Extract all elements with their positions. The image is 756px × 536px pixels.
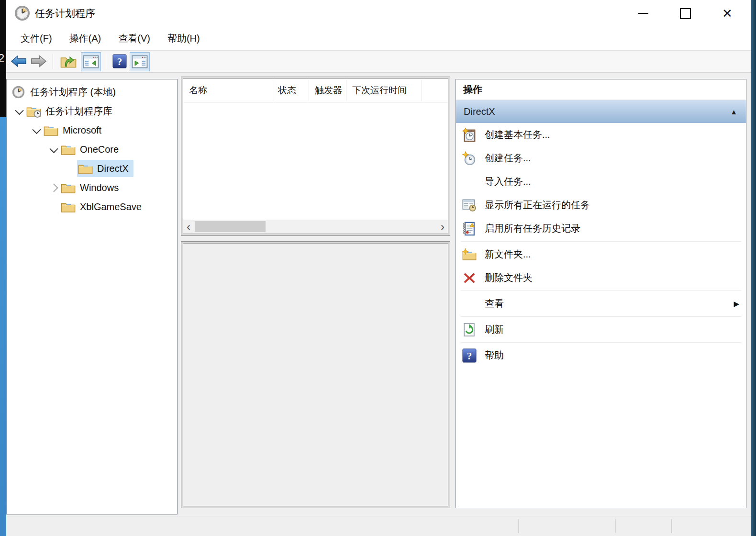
tree-item--[interactable]: 任务计划程序库	[7, 101, 177, 121]
close-button[interactable]: ✕	[717, 3, 738, 23]
folder-icon	[61, 143, 76, 156]
action-group-header[interactable]: DirectX ▲	[456, 100, 746, 123]
tree-item-onecore[interactable]: OneCore	[7, 140, 177, 159]
task-list-body[interactable]	[183, 103, 448, 220]
action-item-2[interactable]: 导入任务...	[456, 170, 746, 193]
maximize-button[interactable]	[675, 3, 696, 23]
action-item-6[interactable]: 删除文件夹	[456, 266, 746, 290]
menu-item-3[interactable]: 帮助(H)	[167, 32, 200, 45]
toolbar-separator	[106, 54, 106, 69]
action-item-3[interactable]: 显示所有正在运行的任务	[456, 193, 746, 217]
tree-item-label: Microsoft	[63, 125, 101, 136]
close-icon: ✕	[722, 7, 733, 20]
svg-text:?: ?	[467, 350, 472, 361]
action-item-9[interactable]: ?帮助	[456, 344, 746, 367]
tree-item-directx[interactable]: DirectX	[7, 159, 177, 178]
chevron-down-icon[interactable]	[30, 124, 43, 136]
tree-item--[interactable]: 任务计划程序 (本地)	[7, 82, 177, 101]
tree-node[interactable]: Windows	[60, 179, 123, 196]
tree-item-label: 任务计划程序库	[45, 105, 112, 118]
folder-icon	[44, 124, 58, 137]
submenu-arrow-icon: ▶	[734, 300, 739, 308]
forward-icon[interactable]	[30, 53, 48, 69]
clock-icon	[11, 86, 26, 99]
expander-placeholder	[47, 201, 60, 213]
action-item-1[interactable]: 创建任务...	[456, 146, 746, 170]
window-title: 任务计划程序	[35, 7, 95, 20]
maximize-icon	[680, 8, 691, 19]
scroll-left-icon[interactable]: ‹	[183, 220, 194, 234]
menu-item-1[interactable]: 操作(A)	[69, 32, 101, 45]
task-scheduler-window: 任务计划程序 ✕ 文件(F)操作(A)查看(V)帮助(H) ? 任务计划程序 (…	[6, 0, 751, 536]
scrollbar-thumb[interactable]	[195, 221, 266, 232]
action-item-4[interactable]: 启用所有任务历史记录	[456, 217, 746, 240]
action-item-label: 删除文件夹	[485, 271, 533, 284]
titlebar: 任务计划程序 ✕	[6, 0, 751, 26]
show-hide-action-pane-icon[interactable]	[130, 52, 150, 71]
tree-node[interactable]: XblGameSave	[60, 198, 146, 215]
action-item-8[interactable]: 刷新	[456, 318, 746, 341]
action-item-0[interactable]: 创建基本任务...	[456, 123, 746, 146]
task-list-panel: 名称状态触发器下次运行时间 ‹ ›	[181, 77, 450, 236]
action-item-5[interactable]: 新文件夹...	[456, 243, 746, 266]
minimize-icon	[638, 13, 648, 14]
column-header-1[interactable]: 状态	[272, 80, 309, 101]
tree-item-windows[interactable]: Windows	[7, 178, 177, 197]
action-item-7[interactable]: 查看▶	[456, 292, 746, 315]
refresh-icon	[462, 322, 477, 337]
show-hide-console-tree-icon[interactable]	[81, 52, 101, 71]
desktop-background-left: 2	[0, 0, 6, 117]
tree-node[interactable]: 任务计划程序库	[25, 102, 117, 120]
action-item-label: 查看	[485, 297, 504, 310]
column-header-0[interactable]: 名称	[183, 80, 272, 101]
tree-node[interactable]: 任务计划程序 (本地)	[10, 83, 121, 100]
column-header-2[interactable]: 触发器	[309, 80, 346, 101]
svg-text:?: ?	[117, 56, 122, 67]
back-icon[interactable]	[10, 53, 28, 69]
tree-node[interactable]: OneCore	[60, 141, 123, 158]
new-folder-icon	[462, 247, 477, 262]
tree-item-label: XblGameSave	[80, 201, 142, 212]
statusbar-divider	[615, 519, 616, 533]
menu-item-0[interactable]: 文件(F)	[21, 32, 52, 45]
chevron-down-icon[interactable]	[13, 105, 25, 117]
tree-item-label: DirectX	[97, 163, 129, 174]
show-running-tasks-icon	[462, 198, 477, 213]
tree-item-xblgamesave[interactable]: XblGameSave	[7, 197, 177, 216]
action-item-label: 启用所有任务历史记录	[485, 222, 580, 235]
action-item-label: 创建任务...	[485, 152, 531, 165]
action-item-label: 刷新	[485, 323, 504, 336]
desktop-background-left-blue	[0, 117, 6, 536]
preview-pane-body	[183, 243, 448, 506]
preview-pane	[181, 241, 450, 508]
chevron-right-icon[interactable]	[47, 181, 60, 194]
action-item-label: 创建基本任务...	[485, 128, 550, 141]
horizontal-scrollbar[interactable]: ‹ ›	[183, 220, 448, 234]
expander-placeholder	[65, 162, 77, 175]
menu-item-2[interactable]: 查看(V)	[118, 32, 150, 45]
chevron-down-icon[interactable]	[47, 143, 60, 156]
action-item-label: 显示所有正在运行的任务	[485, 199, 590, 212]
create-basic-task-icon	[462, 127, 477, 143]
column-header-filler	[422, 80, 448, 101]
actions-panel-title: 操作	[456, 79, 746, 100]
actions-panel: 操作 DirectX ▲ 创建基本任务...创建任务...导入任务...显示所有…	[456, 79, 746, 508]
tree-node[interactable]: DirectX	[77, 160, 133, 177]
action-item-label: 新文件夹...	[485, 248, 531, 261]
tree-node[interactable]: Microsoft	[43, 122, 106, 139]
collapse-icon[interactable]: ▲	[730, 108, 737, 116]
action-separator	[461, 241, 741, 242]
scroll-right-icon[interactable]: ›	[437, 220, 448, 234]
delete-folder-icon	[462, 270, 477, 286]
help-icon[interactable]: ?	[111, 53, 129, 69]
screen: 2 任务计划程序 ✕ 文件(F)操作(A)查看(V)帮助(H) ? 任务计划程序…	[0, 0, 756, 536]
enable-history-icon	[462, 221, 477, 236]
up-one-level-icon[interactable]	[59, 53, 78, 69]
help-icon: ?	[462, 348, 477, 363]
background-artifact: 2	[0, 52, 4, 65]
tree-item-microsoft[interactable]: Microsoft	[7, 121, 177, 140]
tree-item-label: Windows	[80, 182, 119, 193]
minimize-button[interactable]	[633, 3, 654, 23]
icon-placeholder	[462, 296, 477, 312]
column-header-3[interactable]: 下次运行时间	[346, 80, 422, 101]
